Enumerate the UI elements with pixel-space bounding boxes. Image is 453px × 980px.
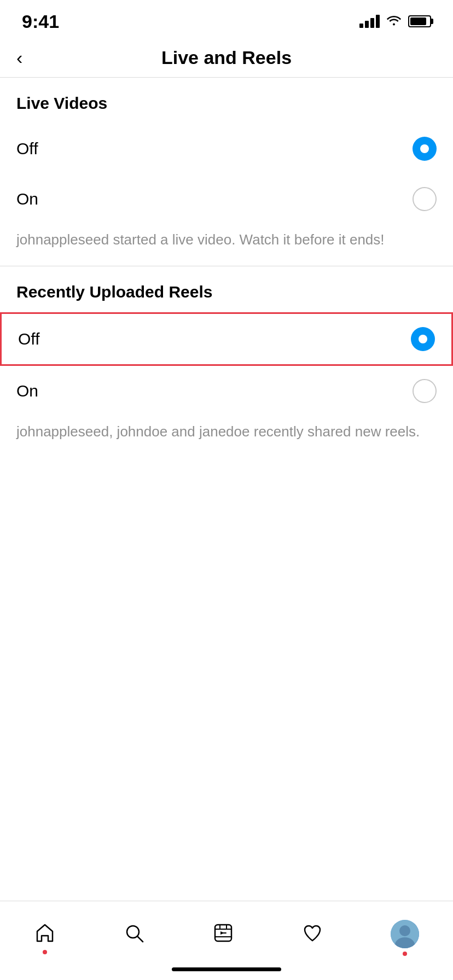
home-indicator-bar xyxy=(172,967,281,971)
nav-header: ‹ Live and Reels xyxy=(0,38,453,78)
heart-icon xyxy=(301,922,323,946)
content-area: Live Videos Off On johnappleseed started… xyxy=(0,78,453,901)
avatar[interactable] xyxy=(391,920,419,948)
signal-icon xyxy=(359,15,380,28)
live-off-option[interactable]: Off xyxy=(0,124,453,174)
live-videos-hint: johnappleseed started a live video. Watc… xyxy=(0,224,453,266)
wifi-icon xyxy=(386,14,402,29)
live-on-radio[interactable] xyxy=(413,187,437,211)
tab-likes[interactable] xyxy=(301,922,323,946)
tab-profile[interactable] xyxy=(391,920,419,948)
live-videos-title: Live Videos xyxy=(16,94,107,112)
search-icon xyxy=(123,922,145,946)
reels-section-header: Recently Uploaded Reels xyxy=(0,266,453,312)
reels-title: Recently Uploaded Reels xyxy=(16,283,212,301)
page-title: Live and Reels xyxy=(161,47,292,68)
reels-off-option[interactable]: Off xyxy=(0,312,453,366)
status-bar: 9:41 xyxy=(0,0,453,38)
live-off-label: Off xyxy=(16,139,38,158)
battery-icon xyxy=(408,15,431,27)
profile-dot xyxy=(403,952,407,956)
home-dot xyxy=(43,950,47,954)
reels-off-radio[interactable] xyxy=(411,327,435,351)
tab-reels[interactable] xyxy=(212,922,234,946)
reels-hint: johnappleseed, johndoe and janedoe recen… xyxy=(0,416,453,458)
svg-line-1 xyxy=(137,936,143,942)
tab-bar xyxy=(0,901,453,961)
reels-off-label: Off xyxy=(18,330,39,348)
reels-icon xyxy=(212,922,234,946)
live-off-radio[interactable] xyxy=(413,137,437,161)
live-videos-section-header: Live Videos xyxy=(0,78,453,124)
home-indicator xyxy=(0,961,453,980)
svg-point-5 xyxy=(399,925,410,936)
reels-on-option[interactable]: On xyxy=(0,366,453,416)
live-on-label: On xyxy=(16,190,38,208)
tab-search[interactable] xyxy=(123,922,145,946)
svg-marker-3 xyxy=(220,931,224,935)
status-icons xyxy=(359,14,431,29)
status-time: 9:41 xyxy=(22,11,59,32)
reels-on-label: On xyxy=(16,382,38,400)
reels-on-radio[interactable] xyxy=(413,379,437,403)
back-button[interactable]: ‹ xyxy=(16,47,22,68)
tab-home[interactable] xyxy=(34,921,56,947)
home-icon xyxy=(34,921,56,947)
live-on-option[interactable]: On xyxy=(0,174,453,224)
